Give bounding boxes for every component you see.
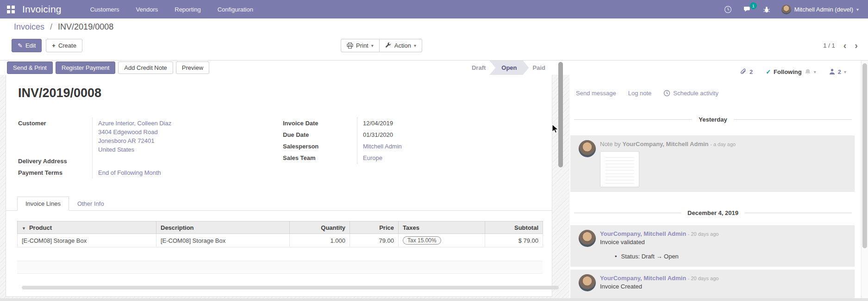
print-dropdown-button[interactable]: Print ▾ [341, 39, 380, 52]
tab-other-info[interactable]: Other Info [69, 197, 112, 211]
sales-team-field: Europe [357, 152, 477, 164]
chatter-message-created: YourCompany, Mitchell Admin - 20 days ag… [570, 270, 855, 301]
state-draft[interactable]: Draft [464, 61, 493, 75]
pencil-icon: ✎ [18, 42, 23, 49]
user-avatar [781, 5, 791, 14]
action-dropdown-button[interactable]: Action ▾ [380, 39, 422, 52]
pager-previous-icon[interactable]: ‹ [843, 42, 847, 49]
message-timestamp: - 20 days ago [688, 276, 719, 281]
app-title[interactable]: Invoicing [22, 4, 62, 15]
follower-count: 2 [838, 68, 841, 75]
state-paid[interactable]: Paid [525, 61, 553, 75]
sort-caret-icon: ▼ [22, 226, 26, 231]
caret-down-icon: ▾ [414, 43, 416, 48]
col-subtotal[interactable]: Subtotal [485, 221, 543, 234]
customer-street[interactable]: 3404 Edgewood Road [98, 128, 277, 136]
form-vertical-scrollbar-thumb[interactable] [558, 62, 563, 167]
salesperson-label: Salesperson [283, 141, 357, 152]
following-button[interactable]: ✓ Following ▾ [766, 68, 816, 75]
message-author-link[interactable]: YourCompany, Mitchell Admin [600, 275, 686, 282]
edit-button[interactable]: ✎ Edit [12, 39, 42, 52]
print-label: Print [356, 42, 368, 49]
cell-quantity: 1.000 [290, 234, 350, 247]
edit-label: Edit [25, 42, 36, 49]
attachments-button[interactable]: 2 [740, 68, 753, 75]
delivery-address-field [92, 155, 277, 167]
note-header: Note by YourCompany, Mitchell Admin - a … [600, 141, 855, 147]
customer-name-link[interactable]: Azure Interior, Colleen Diaz [98, 119, 277, 128]
delivery-address-label: Delivery Address [18, 155, 92, 167]
user-menu[interactable]: Mitchell Admin (devel) ▾ [781, 5, 859, 14]
right-field-group: Invoice Date 12/04/2019 Due Date 01/31/2… [283, 117, 477, 178]
chatter-toolbar: 2 ✓ Following ▾ 2 ▾ [740, 68, 846, 75]
menu-customers[interactable]: Customers [90, 6, 119, 13]
author-avatar[interactable] [579, 230, 596, 247]
payment-terms-field: End of Following Month [92, 167, 277, 178]
menu-reporting[interactable]: Reporting [175, 6, 200, 13]
grid-dot [12, 6, 15, 9]
register-payment-button[interactable]: Register Payment [56, 61, 115, 74]
pager-next-icon[interactable]: › [855, 42, 858, 49]
payment-terms-value[interactable]: End of Following Month [98, 169, 161, 176]
author-avatar[interactable] [579, 140, 596, 157]
breadcrumb-invoices-link[interactable]: Invoices [14, 22, 44, 31]
tab-invoice-lines[interactable]: Invoice Lines [17, 197, 69, 211]
customer-label: Customer [18, 117, 92, 155]
user-name: Mitchell Admin (devel) [794, 6, 853, 13]
chatter-message-validated: YourCompany, Mitchell Admin - 20 days ag… [570, 225, 855, 267]
col-price[interactable]: Price [350, 221, 399, 234]
apps-menu-icon[interactable] [7, 6, 15, 13]
author-avatar[interactable] [579, 274, 596, 291]
cell-subtotal: $ 79.00 [485, 234, 543, 247]
horizontal-scrollbar[interactable] [22, 286, 559, 289]
customer-city[interactable]: Jonesboro AR 72401 [98, 136, 277, 145]
person-icon [829, 68, 835, 75]
pager-counter: 1 / 1 [823, 42, 835, 49]
notebook-tabs: Invoice Lines Other Info [6, 196, 552, 211]
send-message-button[interactable]: Send message [576, 90, 616, 97]
empty-line-stripe [17, 261, 543, 274]
invoice-date-value: 12/04/2019 [357, 117, 477, 129]
chatter-scrollbar[interactable] [861, 61, 868, 301]
debug-bug-icon[interactable] [763, 6, 770, 13]
message-body: Invoice validated [600, 239, 855, 246]
wrench-icon [385, 43, 392, 49]
activities-clock-icon[interactable] [724, 6, 732, 13]
state-open-active[interactable]: Open [489, 61, 529, 75]
sales-team-value[interactable]: Europe [363, 154, 382, 161]
menu-configuration[interactable]: Configuration [218, 6, 253, 13]
salesperson-value[interactable]: Mitchell Admin [363, 143, 402, 150]
create-button[interactable]: + Create [46, 39, 82, 52]
cell-taxes: Tax 15.00% [399, 234, 485, 247]
log-note-button[interactable]: Log note [628, 90, 652, 97]
messages-count-badge: 1 [750, 2, 757, 9]
message-body: Invoice Created [600, 283, 855, 290]
note-author-link[interactable]: YourCompany, Mitchell Admin [622, 141, 708, 147]
col-description[interactable]: Description [156, 221, 290, 234]
cell-description: [E-COM08] Storage Box [156, 234, 290, 247]
record-pager: 1 / 1 ‹ › [823, 42, 858, 49]
sales-team-label: Sales Team [283, 152, 357, 164]
caret-down-icon: ▾ [371, 43, 374, 48]
main-menu: Customers Vendors Reporting Configuratio… [90, 6, 253, 13]
customer-country[interactable]: United States [98, 145, 277, 154]
menu-vendors[interactable]: Vendors [136, 6, 158, 13]
send-print-button[interactable]: Send & Print [7, 61, 53, 74]
message-author-link[interactable]: YourCompany, Mitchell Admin [600, 230, 686, 237]
field-groups: Customer Azure Interior, Colleen Diaz 34… [18, 117, 537, 178]
col-product[interactable]: ▼Product [18, 221, 156, 234]
col-quantity[interactable]: Quantity [290, 221, 350, 234]
date-divider-december4: December 4, 2019 [574, 209, 852, 216]
followers-button[interactable]: 2 ▾ [829, 68, 846, 75]
add-credit-note-button[interactable]: Add Credit Note [118, 61, 173, 74]
attachment-thumbnail[interactable] [600, 151, 639, 187]
grid-dot [7, 10, 10, 13]
col-taxes[interactable]: Taxes [399, 221, 485, 234]
chatter-scrollbar-thumb[interactable] [862, 63, 867, 248]
invoice-sheet: INV/2019/0008 Customer Azure Interior, C… [6, 75, 552, 297]
preview-button[interactable]: Preview [176, 61, 209, 74]
invoice-line-row[interactable]: [E-COM08] Storage Box [E-COM08] Storage … [18, 234, 543, 247]
schedule-activity-button[interactable]: Schedule activity [663, 90, 718, 97]
messages-icon[interactable]: 1 [743, 6, 752, 13]
customer-field: Azure Interior, Colleen Diaz 3404 Edgewo… [92, 117, 277, 155]
